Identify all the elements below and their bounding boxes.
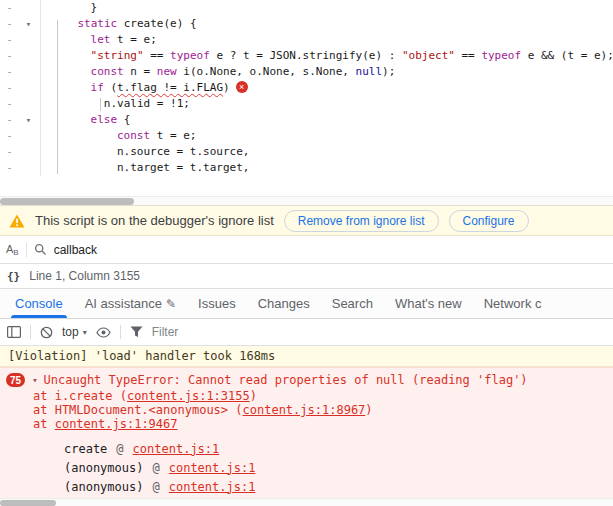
- match-case-secondary-letter: B: [13, 249, 18, 257]
- cursor-position: Line 1, Column 3155: [29, 269, 140, 283]
- code-token: ==: [144, 49, 171, 62]
- devtools-window: -}-▾static create(e) {-let t = e;-"strin…: [0, 0, 613, 506]
- fold-marker[interactable]: -: [0, 112, 19, 128]
- stack-frame-row: (anonymous)@content.js:1: [0, 477, 613, 496]
- error-message-text: Uncaught TypeError: Cannot read properti…: [44, 373, 528, 387]
- code-gutter[interactable]: -▾: [0, 112, 41, 128]
- code-gutter[interactable]: -: [0, 144, 41, 160]
- code-token: typeof: [481, 49, 521, 62]
- code-token: const: [91, 65, 131, 78]
- code-gutter[interactable]: -: [0, 64, 41, 80]
- source-link[interactable]: content.js:1:9467: [55, 417, 178, 431]
- code-token: t = e;: [157, 129, 197, 142]
- code-gutter[interactable]: -▾: [0, 16, 41, 32]
- stack-trace-line: at content.js:1:9467: [0, 417, 613, 431]
- tab-ai-assistance[interactable]: AI assistance✎: [74, 289, 187, 318]
- code-token: if: [91, 81, 111, 94]
- match-case-icon[interactable]: AB: [6, 244, 19, 255]
- source-link[interactable]: content.js:1: [169, 461, 256, 475]
- console-sidebar-icon[interactable]: [7, 326, 21, 338]
- tab-label: Network c: [484, 296, 542, 311]
- fold-marker[interactable]: -: [0, 96, 19, 112]
- code-token: {: [124, 113, 131, 126]
- code-gutter[interactable]: -: [0, 48, 41, 64]
- source-link[interactable]: content.js:1:8967: [243, 403, 366, 417]
- fold-marker[interactable]: -: [0, 128, 19, 144]
- code-line[interactable]: -"string" == typeof e ? t = JSON.stringi…: [0, 48, 613, 64]
- search-icon: [34, 243, 47, 256]
- fold-marker[interactable]: -: [0, 64, 19, 80]
- fold-marker[interactable]: -: [0, 160, 19, 176]
- code-token: "object": [402, 49, 455, 62]
- source-link[interactable]: content.js:1: [169, 480, 256, 494]
- code-line[interactable]: -if (t.flag != i.FLAG)×: [0, 80, 613, 96]
- filter-input[interactable]: Filter: [152, 325, 179, 339]
- expand-triangle-icon[interactable]: ▾: [32, 375, 37, 385]
- pretty-print-icon[interactable]: {}: [7, 270, 20, 283]
- live-expression-eye-icon[interactable]: [96, 327, 111, 338]
- search-bar: AB callback: [0, 236, 613, 264]
- remove-from-ignore-list-button[interactable]: Remove from ignore list: [284, 210, 439, 232]
- code-gutter[interactable]: -: [0, 80, 41, 96]
- tab-label: Changes: [258, 296, 310, 311]
- fold-marker[interactable]: -: [0, 48, 19, 64]
- fold-marker-empty: [19, 48, 38, 64]
- code-line[interactable]: -}: [0, 0, 613, 16]
- expanded-stack-frames: create@content.js:1(anonymous)@content.j…: [0, 439, 613, 496]
- code-token: );: [382, 65, 395, 78]
- code-token: ==: [455, 49, 482, 62]
- code-gutter[interactable]: -: [0, 160, 41, 176]
- code-gutter[interactable]: -: [0, 128, 41, 144]
- code-line[interactable]: -▾else {: [0, 112, 613, 128]
- code-token: else: [91, 113, 124, 126]
- drawer-tab-bar: ConsoleAI assistance✎IssuesChangesSearch…: [0, 289, 613, 319]
- filter-icon: [130, 326, 143, 338]
- fold-marker[interactable]: -: [0, 144, 19, 160]
- fold-marker[interactable]: -: [0, 80, 19, 96]
- code-line[interactable]: -const n = new i(o.None, o.None, s.None,…: [0, 64, 613, 80]
- context-selector[interactable]: top ▾: [62, 325, 87, 339]
- code-text: else {: [41, 112, 130, 128]
- stack-frame-row: (anonymous)@content.js:1: [0, 458, 613, 477]
- code-line[interactable]: -▾static create(e) {: [0, 16, 613, 32]
- code-gutter[interactable]: -: [0, 96, 41, 112]
- stack-frame-row: create@content.js:1: [0, 439, 613, 458]
- source-link[interactable]: content.js:1:3155: [127, 389, 250, 403]
- fold-marker[interactable]: -: [0, 0, 19, 16]
- fold-open-icon[interactable]: ▾: [19, 112, 38, 128]
- code-gutter[interactable]: -: [0, 0, 41, 16]
- tab-network-c[interactable]: Network c: [473, 289, 553, 318]
- code-text: n.valid = !1;: [41, 96, 190, 112]
- editor-status-bar: {} Line 1, Column 3155: [0, 264, 613, 289]
- source-horizontal-scrollbar[interactable]: [0, 196, 613, 205]
- source-editor[interactable]: -}-▾static create(e) {-let t = e;-"strin…: [0, 0, 613, 196]
- divider: [30, 325, 31, 339]
- console-horizontal-scrollbar[interactable]: [0, 498, 613, 506]
- tab-what-s-new[interactable]: What's new: [384, 289, 473, 318]
- code-text: n.source = t.source,: [41, 144, 249, 160]
- code-line[interactable]: -n.target = t.target,: [0, 160, 613, 176]
- code-line[interactable]: -n.source = t.source,: [0, 144, 613, 160]
- fold-marker[interactable]: -: [0, 16, 19, 32]
- search-input[interactable]: callback: [54, 243, 97, 257]
- code-token: n.source = t.source,: [117, 145, 249, 158]
- source-link[interactable]: content.js:1: [133, 442, 220, 456]
- code-text: }: [41, 0, 97, 16]
- tab-search[interactable]: Search: [321, 289, 384, 318]
- frame-at-symbol: @: [152, 480, 159, 494]
- code-gutter[interactable]: -: [0, 32, 41, 48]
- tab-console[interactable]: Console: [4, 289, 74, 318]
- configure-button[interactable]: Configure: [449, 210, 529, 232]
- tab-changes[interactable]: Changes: [247, 289, 321, 318]
- clear-console-icon[interactable]: [40, 326, 53, 339]
- error-icon[interactable]: ×: [236, 81, 248, 93]
- scrollbar-thumb[interactable]: [0, 500, 56, 506]
- fold-open-icon[interactable]: ▾: [19, 16, 38, 32]
- fold-marker[interactable]: -: [0, 32, 19, 48]
- scrollbar-thumb[interactable]: [0, 198, 134, 205]
- code-line[interactable]: -const t = e;: [0, 128, 613, 144]
- code-text: let t = e;: [41, 32, 157, 48]
- tab-issues[interactable]: Issues: [187, 289, 247, 318]
- code-line[interactable]: -let t = e;: [0, 32, 613, 48]
- code-line[interactable]: -n.valid = !1;: [0, 96, 613, 112]
